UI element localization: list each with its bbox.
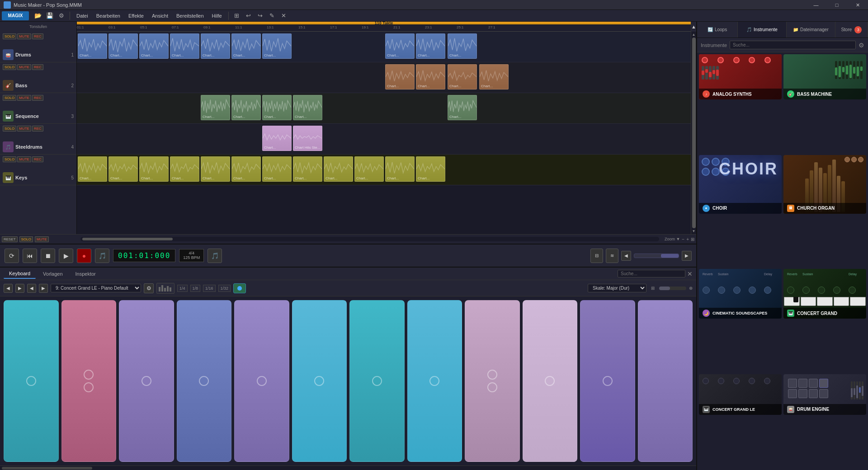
master-mute-button[interactable]: MUTE — [35, 236, 49, 242]
pad-key-6[interactable] — [292, 300, 347, 462]
keys-clip-2[interactable]: Chart... — [108, 156, 138, 182]
search-input[interactable] — [618, 270, 685, 277]
drums-clip-4[interactable]: Chart... — [170, 33, 199, 59]
mute-btn-sequence[interactable]: MUTE — [17, 95, 31, 101]
drums-clip-7[interactable]: Chart... — [262, 33, 292, 59]
tab-vorlagen[interactable]: Vorlagen — [38, 269, 68, 278]
keys-clip-7[interactable]: Chart... — [262, 156, 292, 182]
instrument-search-input[interactable] — [730, 41, 856, 49]
preset-settings-btn[interactable]: ⚙ — [144, 283, 154, 293]
tab-instrumente[interactable]: 🎵 Instrumente — [738, 22, 787, 38]
keys-clip-4[interactable]: Chart... — [170, 156, 199, 182]
instrument-card-analog-synths[interactable]: ♪ ANALOG SYNTHS — [699, 54, 782, 99]
bass-clip-1[interactable]: Chart... — [385, 64, 415, 89]
tab-store[interactable]: Store 3 — [835, 22, 868, 38]
keys-clip-5[interactable]: Chart... — [201, 156, 230, 182]
rec-btn-drums[interactable]: REC — [32, 33, 43, 39]
tab-inspektor[interactable]: Inspektor — [70, 269, 101, 278]
open-button[interactable]: 📂 — [33, 11, 43, 20]
keyboard-zoom-slider[interactable] — [659, 287, 686, 290]
solo-btn-steeldrums[interactable]: SOLO — [3, 126, 16, 132]
close-project-button[interactable]: ✕ — [278, 11, 289, 20]
keyboard-settings-btn[interactable]: ⊞ — [649, 286, 656, 291]
keys-clip-6[interactable]: Chart... — [231, 156, 261, 182]
instrument-card-drum-engine[interactable]: 🥁 DRUM ENGINE — [783, 374, 866, 415]
solo-btn-sequence[interactable]: SOLO — [3, 95, 16, 101]
keyboard-expand-btn[interactable]: ⊕ — [689, 286, 693, 291]
solo-btn-drums[interactable]: SOLO — [3, 33, 16, 39]
wave-view-button[interactable]: ≋ — [606, 249, 618, 263]
quantize-2-btn[interactable]: 1/8 — [190, 285, 201, 292]
close-button[interactable]: ✕ — [847, 0, 868, 10]
pad-key-1[interactable] — [4, 300, 59, 462]
active-indicator[interactable] — [233, 283, 246, 293]
tuner-button[interactable]: 🎵 — [208, 249, 222, 263]
tab-keyboard[interactable]: Keyboard — [4, 269, 36, 279]
drums-clip-2[interactable]: Chart... — [108, 33, 138, 59]
seq-clip-5[interactable]: Chart... — [448, 95, 477, 120]
steel-clip-2[interactable]: Chart Hits Ste... — [293, 126, 322, 151]
next-preset-btn[interactable]: ▶ — [39, 284, 48, 293]
bass-clip-3[interactable]: Chart... — [448, 64, 477, 89]
pad-key-5[interactable] — [234, 300, 289, 462]
rec-btn-sequence[interactable]: REC — [32, 95, 43, 101]
stop-button[interactable]: ⏹ — [41, 249, 55, 263]
master-solo-button[interactable]: SOLO — [19, 236, 33, 242]
keys-clip-3[interactable]: Chart... — [139, 156, 169, 182]
pattern-view-button[interactable]: ⊟ — [590, 249, 603, 263]
instrument-card-choir[interactable]: CHOIR ● CHOIR — [699, 155, 782, 214]
drums-clip-6[interactable]: Chart... — [231, 33, 261, 59]
scroll-down-arrow[interactable]: ▼ — [692, 229, 696, 233]
bass-clip-2[interactable]: Chart... — [416, 64, 445, 89]
instrument-card-cinematic[interactable]: ReverbSustainDelay 🌙 CINEMATIC SOUNDSCAP… — [699, 269, 782, 319]
keys-clip-10[interactable]: Chart... — [354, 156, 384, 182]
scroll-up-arrow[interactable]: ▲ — [692, 33, 696, 37]
menu-effekte[interactable]: Effekte — [125, 12, 147, 19]
pad-key-9[interactable] — [465, 300, 520, 462]
seq-clip-1[interactable]: Chart... — [201, 95, 230, 120]
drums-clip-1[interactable]: Chart... — [78, 33, 107, 59]
mute-btn-steeldrums[interactable]: MUTE — [17, 126, 31, 132]
pad-key-7[interactable] — [349, 300, 405, 462]
prev-preset-btn[interactable]: ◀ — [27, 284, 36, 293]
scroll-up-button[interactable]: ▲ — [691, 22, 696, 32]
tab-dateimanager[interactable]: 📁 Dateimanager — [787, 22, 835, 38]
pad-key-11[interactable] — [580, 300, 635, 462]
keyboard-scroll-thumb[interactable] — [2, 467, 92, 470]
preset-select[interactable]: 9: Concert Grand LE - Piano Default — [51, 284, 141, 292]
drums-clip-9[interactable]: Chart... — [416, 33, 445, 59]
scroll-thumb[interactable] — [692, 38, 696, 228]
seq-clip-3[interactable]: Chart... — [262, 95, 292, 120]
fit-btn[interactable]: ⊞ — [691, 237, 694, 242]
menu-hilfe[interactable]: Hilfe — [208, 12, 226, 19]
quantize-4-btn[interactable]: 1/32 — [218, 285, 231, 292]
octave-down-btn[interactable]: ◀ — [4, 284, 13, 293]
mute-btn-bass[interactable]: MUTE — [17, 64, 31, 70]
rec-btn-keys[interactable]: REC — [32, 156, 43, 162]
pad-key-2[interactable] — [61, 300, 117, 462]
pad-key-4[interactable] — [177, 300, 232, 462]
maximize-button[interactable]: □ — [826, 0, 847, 10]
pad-key-10[interactable] — [523, 300, 578, 462]
horizontal-scrollbar[interactable] — [80, 237, 659, 241]
menu-datei[interactable]: Datei — [73, 12, 92, 19]
play-button[interactable]: ▶ — [59, 249, 73, 263]
keys-clip-1[interactable]: Chart... — [78, 156, 107, 182]
seek-right-button[interactable]: ▶ — [682, 251, 692, 261]
rec-btn-bass[interactable]: REC — [32, 64, 43, 70]
drums-clip-10[interactable]: Chart... — [448, 33, 477, 59]
zoom-in-btn[interactable]: + — [686, 237, 689, 242]
scale-select[interactable]: Skale: Major (Dur) — [588, 284, 646, 292]
keys-clip-12[interactable]: Chart... — [416, 156, 445, 182]
solo-btn-keys[interactable]: SOLO — [3, 156, 16, 162]
settings-button[interactable]: ⚙ — [56, 11, 67, 20]
keys-clip-9[interactable]: Chart... — [324, 156, 353, 182]
quantize-1-btn[interactable]: 1/4 — [177, 285, 188, 292]
seek-left-button[interactable]: ◀ — [621, 251, 631, 261]
keys-clip-11[interactable]: Chart... — [385, 156, 415, 182]
keys-clip-8[interactable]: Chart... — [293, 156, 322, 182]
keyboard-scrollbar[interactable] — [0, 465, 696, 470]
save-button[interactable]: 💾 — [44, 11, 55, 20]
quantize-3-btn[interactable]: 1/16 — [203, 285, 216, 292]
rec-btn-steeldrums[interactable]: REC — [32, 126, 43, 132]
